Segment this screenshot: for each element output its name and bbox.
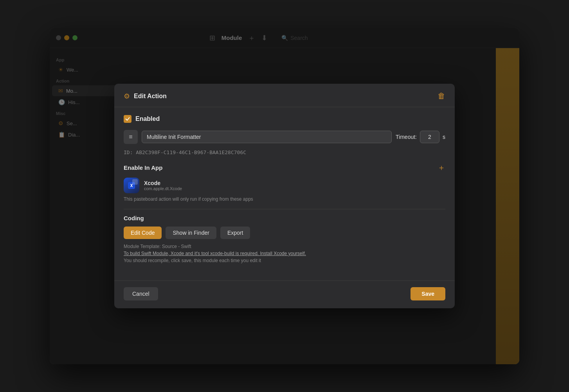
- enable-in-app-title: Enable In App: [124, 164, 162, 171]
- plus-icon-app: ＋: [438, 163, 445, 172]
- app-window: ⊞ Module ＋ ⬇ 🔍 Search App ☀ We... Action: [50, 28, 519, 364]
- enable-in-app-header: Enable In App ＋: [124, 162, 445, 173]
- checkmark-icon: [125, 117, 130, 121]
- app-note: This pasteboard action will only run if …: [124, 196, 445, 202]
- edit-code-button[interactable]: Edit Code: [124, 227, 162, 239]
- enabled-row: Enabled: [124, 115, 445, 123]
- show-in-finder-button[interactable]: Show in Finder: [166, 227, 216, 239]
- xcode-install-link[interactable]: To build Swift Module, Xcode and it's to…: [124, 251, 445, 256]
- modal-body: Enabled ≡ Timeout: s ID:: [114, 107, 455, 277]
- app-info: Xcode com.apple.dt.Xcode: [144, 180, 182, 191]
- save-button[interactable]: Save: [411, 287, 445, 300]
- action-type-icon: ≡: [129, 133, 132, 140]
- cancel-button[interactable]: Cancel: [124, 287, 158, 300]
- timeout-row: Timeout: s: [396, 131, 445, 143]
- modal-footer: Cancel Save: [114, 281, 455, 308]
- enabled-checkbox[interactable]: [124, 115, 131, 123]
- timeout-unit: s: [443, 134, 445, 140]
- action-icon-button[interactable]: ≡: [124, 130, 138, 144]
- module-template-info: Module Template: Source - Swift: [124, 244, 445, 249]
- timeout-input[interactable]: [420, 131, 439, 143]
- xcode-app-icon: X: [124, 178, 139, 193]
- export-button[interactable]: Export: [220, 227, 250, 239]
- recompile-note: You should recompile, click save, this m…: [124, 258, 445, 263]
- app-name: Xcode: [144, 180, 182, 186]
- divider-coding: [124, 209, 445, 209]
- action-name-row: ≡ Timeout: s: [124, 130, 445, 144]
- id-label: ID:: [124, 149, 133, 155]
- modal-header: ⚙ Edit Action 🗑: [114, 84, 455, 107]
- id-value: AB2C398F-C119-46C1-B967-BAA1E28C706C: [136, 149, 246, 155]
- app-entry-xcode: X Xcode com.apple.dt.Xcode: [124, 178, 445, 193]
- modal-header-left: ⚙ Edit Action: [124, 92, 167, 101]
- modal-overlay: ⚙ Edit Action 🗑 Enabled: [50, 28, 519, 364]
- modal-title: Edit Action: [134, 93, 167, 100]
- svg-text:X: X: [130, 183, 133, 188]
- edit-action-modal: ⚙ Edit Action 🗑 Enabled: [114, 84, 455, 308]
- add-app-button[interactable]: ＋: [438, 162, 445, 173]
- id-row: ID: AB2C398F-C119-46C1-B967-BAA1E28C706C: [124, 149, 445, 155]
- timeout-label: Timeout:: [396, 134, 417, 140]
- delete-action-button[interactable]: 🗑: [438, 92, 445, 101]
- enabled-label: Enabled: [135, 115, 160, 122]
- xcode-svg: X: [127, 181, 136, 190]
- action-name-input[interactable]: [142, 131, 392, 143]
- edit-action-icon: ⚙: [124, 92, 130, 101]
- app-bundle-id: com.apple.dt.Xcode: [144, 186, 182, 191]
- coding-title: Coding: [124, 215, 144, 221]
- coding-buttons: Edit Code Show in Finder Export: [124, 227, 445, 239]
- trash-icon: 🗑: [438, 92, 445, 100]
- coding-section: Coding Edit Code Show in Finder Export M…: [124, 215, 445, 263]
